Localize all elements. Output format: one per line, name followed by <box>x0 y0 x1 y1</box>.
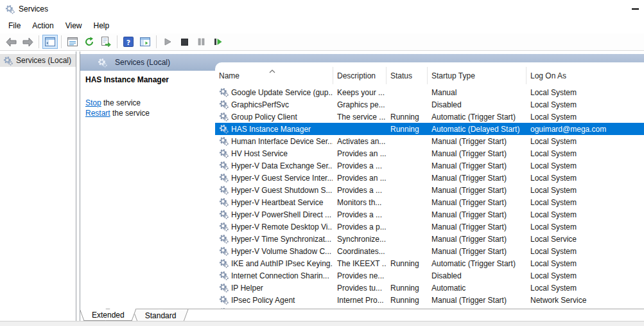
menu-file[interactable]: File <box>3 19 26 32</box>
table-row[interactable]: Hyper-V Data Exchange Ser... Provides a … <box>215 159 644 172</box>
start-service-icon[interactable] <box>160 35 175 49</box>
status-strip <box>0 321 644 326</box>
cell-log-on-as: Local System <box>526 222 644 231</box>
table-row[interactable]: GraphicsPerfSvc Graphics pe... Disabled … <box>215 98 644 111</box>
cell-name: Hyper-V Data Exchange Ser... <box>215 161 333 170</box>
services-window: Services File Action View Help <box>0 0 644 326</box>
title-bar: Services <box>0 0 644 18</box>
cell-name: Hyper-V Time Synchronizat... <box>215 234 333 244</box>
cell-startup-type: Manual (Trigger Start) <box>427 186 526 195</box>
column-header-log-on-as[interactable]: Log On As <box>526 67 644 84</box>
service-gear-icon <box>219 87 229 97</box>
cell-description: Provides a ... <box>333 186 386 195</box>
cell-log-on-as: Local System <box>526 149 644 158</box>
stop-service-icon[interactable] <box>177 35 192 49</box>
cell-name: Group Policy Client <box>215 112 333 122</box>
tab-extended[interactable]: Extended <box>82 309 135 321</box>
cell-log-on-as: oguimard@mega.com <box>526 125 644 134</box>
cell-name: Hyper-V PowerShell Direct ... <box>215 210 333 219</box>
cell-name: Human Interface Device Ser... <box>215 136 333 146</box>
service-gear-icon <box>219 185 229 195</box>
cell-startup-type: Disabled <box>427 100 526 109</box>
table-row[interactable]: IKE and AuthIP IPsec Keying... The IKEEX… <box>215 257 644 269</box>
menu-bar: File Action View Help <box>0 18 644 33</box>
table-row[interactable]: Hyper-V Guest Service Inter... Provides … <box>215 172 644 184</box>
table-row[interactable]: Hyper-V Heartbeat Service Monitors th...… <box>215 196 644 208</box>
column-header-description[interactable]: Description <box>333 67 386 84</box>
table-row[interactable]: Hyper-V Guest Shutdown S... Provides a .… <box>215 184 644 196</box>
menu-view[interactable]: View <box>60 19 88 32</box>
cell-status: Running <box>386 113 427 122</box>
service-gear-icon <box>219 283 229 293</box>
service-gear-icon <box>219 271 229 280</box>
cell-name: IKE and AuthIP IPsec Keying... <box>215 258 333 268</box>
table-row[interactable]: HV Host Service Provides an ... Manual (… <box>215 147 644 159</box>
table-row[interactable]: Group Policy Client The service ... Runn… <box>215 111 644 123</box>
table-row[interactable]: IP Helper Provides tu... Running Automat… <box>215 282 644 294</box>
cell-status: Running <box>386 259 427 268</box>
service-gear-icon <box>219 149 229 158</box>
cell-description: Provides tu... <box>333 284 386 293</box>
cell-name: HV Host Service <box>215 149 333 158</box>
help-icon[interactable]: ? <box>121 35 136 49</box>
cell-startup-type: Automatic (Trigger Start) <box>427 259 526 268</box>
services-node-icon <box>3 56 13 66</box>
cell-log-on-as: Local System <box>526 88 644 97</box>
table-row[interactable]: Google Update Service (gup... Keeps your… <box>215 86 644 98</box>
stop-service-line: Stop the service <box>85 98 210 108</box>
stop-service-link[interactable]: Stop <box>85 98 101 107</box>
cell-startup-type: Automatic (Trigger Start) <box>427 113 526 122</box>
cell-log-on-as: Local System <box>526 186 644 195</box>
cell-name: Hyper-V Guest Service Inter... <box>215 173 333 183</box>
menu-help[interactable]: Help <box>88 19 116 32</box>
cell-description: Keeps your ... <box>333 88 386 97</box>
table-row[interactable]: HAS Instance Manager Running Automatic (… <box>215 123 644 135</box>
show-console-tree-icon[interactable] <box>42 35 58 49</box>
restart-service-icon[interactable] <box>210 35 225 49</box>
column-header-status[interactable]: Status <box>386 67 427 84</box>
cell-startup-type: Automatic <box>427 284 526 293</box>
cell-name: HAS Instance Manager <box>215 124 333 134</box>
service-gear-icon <box>219 173 229 183</box>
export-list-icon[interactable] <box>98 35 114 49</box>
table-row[interactable]: Internet Connection Sharin... Provides n… <box>215 269 644 282</box>
restart-service-link[interactable]: Restart <box>85 109 110 118</box>
cell-log-on-as: Network Service <box>526 296 644 305</box>
table-row[interactable]: Hyper-V Remote Desktop Vi... Provides a … <box>215 221 644 233</box>
service-gear-icon <box>219 210 229 219</box>
cell-description: Provides an ... <box>333 174 386 183</box>
restart-service-suffix: the service <box>110 109 150 118</box>
tree-item-services-local[interactable]: Services (Local) <box>0 54 76 67</box>
cell-startup-type: Manual (Trigger Start) <box>427 198 526 207</box>
cell-log-on-as: Local System <box>526 247 644 256</box>
table-row[interactable]: Hyper-V PowerShell Direct ... Provides a… <box>215 208 644 221</box>
pause-service-icon[interactable] <box>193 35 209 49</box>
service-gear-icon <box>219 124 229 134</box>
properties-icon[interactable] <box>65 35 80 49</box>
table-row[interactable]: Hyper-V Time Synchronizat... Synchronize… <box>215 233 644 245</box>
cell-name: IP Helper <box>215 283 333 293</box>
table-row[interactable]: IPsec Policy Agent Internet Pro... Runni… <box>215 294 644 306</box>
service-gear-icon <box>219 136 229 146</box>
service-gear-icon <box>219 197 229 207</box>
forward-icon[interactable] <box>20 35 35 49</box>
column-header-startup-type[interactable]: Startup Type <box>427 67 526 84</box>
extended-view-icon[interactable] <box>137 35 153 49</box>
column-header-name[interactable]: Name <box>215 67 333 84</box>
view-tabs: Extended Standard <box>80 309 644 321</box>
menu-action[interactable]: Action <box>26 19 59 32</box>
services-app-icon <box>5 5 15 14</box>
cell-name: Hyper-V Volume Shadow C... <box>215 246 333 256</box>
pane-header-title: Services (Local) <box>115 58 170 67</box>
cell-startup-type: Manual (Trigger Start) <box>427 210 526 219</box>
back-icon[interactable] <box>3 35 19 49</box>
refresh-icon[interactable] <box>82 35 97 49</box>
cell-startup-type: Manual (Trigger Start) <box>427 222 526 231</box>
cell-log-on-as: Local System <box>526 161 644 170</box>
minimize-icon[interactable] <box>632 8 639 10</box>
tab-standard[interactable]: Standard <box>135 309 187 321</box>
table-row[interactable]: Human Interface Device Ser... Activates … <box>215 135 644 147</box>
cell-status: Running <box>386 125 427 134</box>
cell-log-on-as: Local System <box>526 284 644 293</box>
table-row[interactable]: Hyper-V Volume Shadow C... Coordinates..… <box>215 245 644 257</box>
